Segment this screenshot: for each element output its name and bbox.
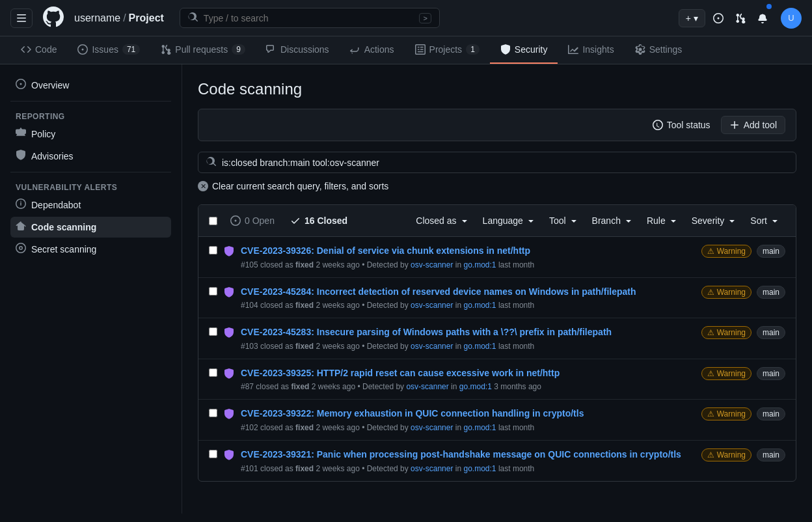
tab-discussions[interactable]: Discussions	[256, 36, 340, 64]
rule-filter[interactable]: Rule	[642, 213, 684, 228]
language-filter[interactable]: Language	[478, 213, 541, 228]
issue-content-3: CVE-2023-45283: Insecure parsing of Wind…	[241, 326, 695, 351]
issue-content-4: CVE-2023-39325: HTTP/2 rapid reset can c…	[241, 367, 695, 392]
issue-checkbox-5[interactable]	[209, 409, 217, 417]
filter-search-icon	[206, 156, 217, 169]
sidebar-item-dependabot[interactable]: Dependabot	[10, 195, 171, 215]
tool-filter[interactable]: Tool	[544, 213, 584, 228]
issue-checkbox-3[interactable]	[209, 327, 217, 336]
issue-meta-5: #102 closed as fixed 2 weeks ago • Detec…	[241, 423, 695, 432]
tab-code[interactable]: Code	[10, 36, 67, 64]
sidebar-item-code-scanning[interactable]: Code scanning	[10, 217, 171, 238]
tab-issues[interactable]: Issues 71	[67, 36, 150, 64]
secret-scanning-icon	[16, 243, 26, 256]
issue-closed-icon-2	[224, 287, 234, 300]
issue-closed-icon-3	[224, 327, 234, 340]
sidebar-divider	[10, 101, 171, 102]
issue-checkbox-2[interactable]	[209, 287, 217, 295]
issue-meta-6: #101 closed as fixed 2 weeks ago • Detec…	[241, 464, 695, 473]
sidebar-item-policy[interactable]: Policy	[10, 124, 171, 144]
tab-insights[interactable]: Insights	[558, 36, 624, 64]
search-icon	[188, 12, 198, 24]
username-link[interactable]: username	[74, 12, 120, 24]
sidebar-item-secret-scanning-label: Secret scanning	[31, 244, 96, 254]
pull-requests-nav-button[interactable]	[731, 9, 750, 27]
tool-bar: Tool status Add tool	[198, 109, 796, 141]
avatar[interactable]: U	[781, 8, 802, 29]
global-search[interactable]: >	[180, 8, 440, 28]
detected-by-4[interactable]: osv-scanner	[406, 382, 448, 391]
branch-filter[interactable]: Branch	[587, 213, 639, 228]
branch-badge-1: main	[757, 245, 785, 258]
issue-title-4[interactable]: CVE-2023-39325: HTTP/2 rapid reset can c…	[241, 368, 560, 378]
notifications-button[interactable]	[753, 9, 772, 27]
sidebar-item-advisories[interactable]: Advisories	[10, 146, 171, 167]
file-1[interactable]: go.mod:1	[463, 260, 496, 269]
tab-settings[interactable]: Settings	[625, 36, 693, 64]
sidebar-item-secret-scanning[interactable]: Secret scanning	[10, 239, 171, 260]
tab-projects[interactable]: Projects 1	[405, 36, 490, 64]
issue-title-2[interactable]: CVE-2023-45284: Incorrect detection of r…	[241, 286, 636, 297]
issue-title-6[interactable]: CVE-2023-39321: Panic when processing po…	[241, 449, 681, 460]
command-key: >	[419, 13, 431, 23]
hamburger-button[interactable]	[10, 8, 33, 28]
github-logo[interactable]	[38, 7, 69, 29]
add-tool-button[interactable]: Add tool	[721, 116, 785, 134]
file-3[interactable]: go.mod:1	[463, 342, 496, 351]
issue-checkbox-1[interactable]	[209, 246, 217, 254]
clear-filter[interactable]: ✕ Clear current search query, filters, a…	[198, 178, 796, 194]
detected-by-2[interactable]: osv-scanner	[411, 301, 453, 310]
issue-meta-3: #103 closed as fixed 2 weeks ago • Detec…	[241, 342, 695, 351]
filter-input[interactable]	[222, 158, 788, 168]
create-button[interactable]: + ▾	[679, 9, 705, 27]
tab-pull-requests[interactable]: Pull requests 9	[150, 36, 256, 64]
file-6[interactable]: go.mod:1	[463, 464, 496, 473]
issue-badges-5: ⚠ Warning main	[701, 407, 785, 420]
table-row: CVE-2023-39326: Denial of service via ch…	[198, 237, 796, 278]
severity-badge-3: ⚠ Warning	[701, 326, 751, 339]
filter-bar[interactable]	[198, 152, 796, 173]
pr-badge: 9	[232, 44, 245, 55]
search-input[interactable]	[204, 13, 414, 23]
sidebar-item-overview[interactable]: Overview	[10, 75, 171, 96]
issue-badges-3: ⚠ Warning main	[701, 326, 785, 339]
open-count-button[interactable]: 0 Open	[228, 214, 277, 227]
closed-count-button[interactable]: 16 Closed	[288, 214, 350, 227]
vuln-section-label: Vulnerability alerts	[10, 178, 171, 195]
closed-as-filter[interactable]: Closed as	[411, 213, 474, 228]
issues-header-left: 0 Open 16 Closed	[209, 214, 350, 227]
issue-checkbox-6[interactable]	[209, 450, 217, 458]
severity-badge-4: ⚠ Warning	[701, 367, 751, 380]
detected-by-5[interactable]: osv-scanner	[411, 423, 453, 432]
top-nav: username / Project > + ▾	[0, 0, 812, 36]
detected-by-1[interactable]: osv-scanner	[411, 260, 453, 269]
severity-filter[interactable]: Severity	[686, 213, 743, 228]
file-5[interactable]: go.mod:1	[463, 423, 496, 432]
issue-checkbox-4[interactable]	[209, 368, 217, 377]
severity-badge-6: ⚠ Warning	[701, 448, 751, 461]
issue-meta-4: #87 closed as fixed 2 weeks ago • Detect…	[241, 382, 695, 391]
sidebar-item-policy-label: Policy	[31, 129, 55, 139]
issue-title-3[interactable]: CVE-2023-45283: Insecure parsing of Wind…	[241, 327, 612, 337]
branch-badge-5: main	[757, 407, 785, 420]
issue-closed-icon-4	[224, 368, 234, 381]
project-link[interactable]: Project	[129, 12, 164, 24]
select-all-checkbox[interactable]	[209, 217, 217, 225]
file-4[interactable]: go.mod:1	[459, 382, 492, 391]
severity-badge-5: ⚠ Warning	[701, 407, 751, 420]
severity-badge-1: ⚠ Warning	[701, 245, 751, 258]
tool-status-button[interactable]: Tool status	[647, 117, 716, 133]
detected-by-6[interactable]: osv-scanner	[411, 464, 453, 473]
detected-by-3[interactable]: osv-scanner	[411, 342, 453, 351]
sidebar: Overview Reporting Policy Advisories Vul…	[0, 64, 182, 514]
tab-actions[interactable]: Actions	[340, 36, 405, 64]
issue-title-5[interactable]: CVE-2023-39322: Memory exhaustion in QUI…	[241, 408, 584, 419]
issue-title-1[interactable]: CVE-2023-39326: Denial of service via ch…	[241, 245, 530, 256]
file-2[interactable]: go.mod:1	[463, 301, 496, 310]
branch-badge-4: main	[757, 367, 785, 380]
clear-icon: ✕	[198, 181, 208, 191]
tab-security[interactable]: Security	[490, 36, 558, 64]
sort-filter[interactable]: Sort	[745, 213, 785, 228]
table-row: CVE-2023-39321: Panic when processing po…	[198, 441, 796, 481]
issues-nav-button[interactable]	[709, 9, 727, 27]
